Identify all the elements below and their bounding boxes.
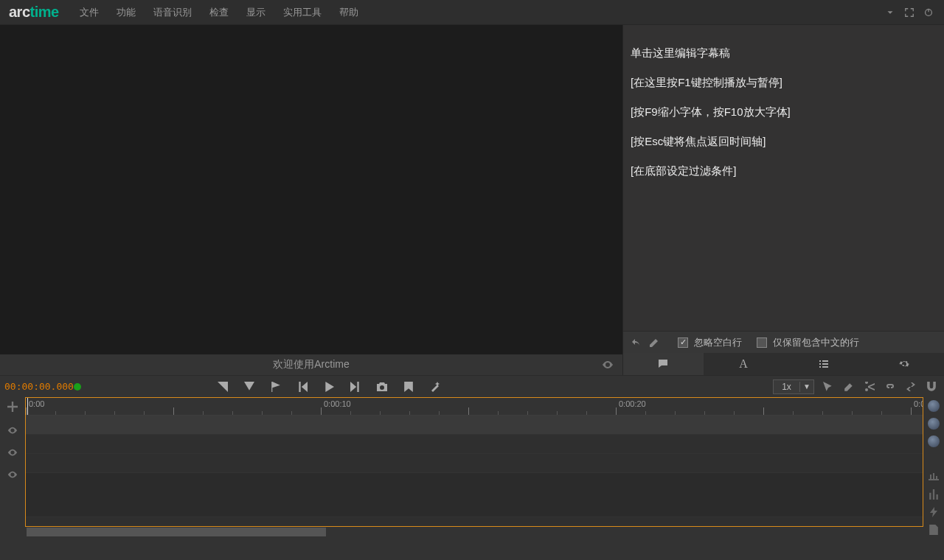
add-icon[interactable] [7,402,18,412]
eye-icon[interactable] [7,447,18,458]
audio-track[interactable] [26,473,923,517]
bars-icon[interactable] [929,489,939,500]
visibility-icon[interactable] [602,359,614,371]
tab-settings[interactable] [864,353,944,375]
app-logo: arctime [4,4,63,21]
menu-function[interactable]: 功能 [108,6,145,19]
link-icon[interactable] [885,382,895,392]
speed-selector[interactable]: 1x ▼ [773,379,814,394]
tab-list[interactable] [784,353,864,375]
time-ruler[interactable]: 0:000:00:100:00:200:00: [26,398,923,416]
timeline-area: 0:000:00:100:00:200:00: [0,397,944,537]
undo-icon[interactable] [631,337,642,349]
timeline[interactable]: 0:000:00:100:00:200:00: [25,397,923,527]
zoom-dot-3[interactable] [928,435,940,447]
wand-icon[interactable] [430,382,440,392]
edit-icon[interactable] [844,382,854,392]
zoom-dot-1[interactable] [928,400,940,412]
menu-bar: arctime 文件 功能 语音识别 检查 显示 实用工具 帮助 [0,0,944,25]
prev-frame-icon[interactable] [297,382,308,392]
track-3[interactable] [26,454,923,473]
tab-chat[interactable] [623,353,704,375]
track-1[interactable] [26,416,923,435]
menu-check[interactable]: 检查 [201,6,237,19]
menu-utils[interactable]: 实用工具 [274,6,330,19]
side-tabs: A [623,353,944,375]
magnet-icon[interactable] [926,382,937,392]
menu-speech[interactable]: 语音识别 [145,6,201,19]
timeline-left-gutter [0,397,25,527]
chat-icon [657,358,669,370]
flag-icon[interactable] [271,382,281,392]
transport-bar: 00:00:00.000 1x ▼ [0,375,944,397]
side-panel: 单击这里编辑字幕稿 [在这里按F1键控制播放与暂停] [按F9缩小字体，按F10… [622,25,944,375]
speed-dropdown-icon[interactable]: ▼ [800,382,813,391]
preview-status-bar: 欢迎使用Arctime [0,354,622,375]
chevron-down-icon[interactable] [885,7,895,18]
main-menu: 文件 功能 语音识别 检查 显示 实用工具 帮助 [71,6,367,19]
eye-icon[interactable] [7,425,18,435]
pointer-icon[interactable] [823,382,833,392]
script-editor[interactable]: 单击这里编辑字幕稿 [在这里按F1键控制播放与暂停] [按F9缩小字体，按F10… [623,25,944,331]
playhead[interactable] [27,398,28,415]
scissors-icon[interactable] [864,382,875,392]
play-icon[interactable] [324,382,334,392]
menu-display[interactable]: 显示 [237,6,274,19]
timeline-right-gutter [923,397,944,537]
scroll-thumb[interactable] [27,528,326,536]
lightning-icon[interactable] [929,507,939,517]
checkbox-ignore-blank[interactable]: ✓ [678,337,688,348]
list-icon [818,358,830,370]
checkbox-keep-chinese[interactable] [757,337,767,348]
camera-icon[interactable] [377,382,387,392]
waveform-icon[interactable] [929,472,939,482]
doc-icon[interactable] [929,525,939,535]
gear-icon [898,358,910,370]
next-frame-icon[interactable] [350,382,361,392]
fullscreen-icon[interactable] [904,7,914,18]
zoom-dot-2[interactable] [928,418,940,430]
eye-icon[interactable] [7,469,18,480]
keep-chinese-label: 仅保留包含中文的行 [773,336,859,349]
menu-help[interactable]: 帮助 [330,6,367,19]
menu-file[interactable]: 文件 [71,6,108,19]
script-toolbar: ✓ 忽略空白行 仅保留包含中文的行 [623,331,944,353]
status-dot [74,383,81,391]
text-style-icon: A [739,357,748,371]
ignore-blank-label: 忽略空白行 [694,336,742,349]
triangle-down-icon[interactable] [244,382,254,392]
tab-style[interactable]: A [704,353,784,375]
bookmark-icon[interactable] [403,382,414,392]
timecode: 00:00:00.000 [4,381,71,392]
power-icon[interactable] [923,7,934,18]
status-text: 欢迎使用Arctime [273,358,349,371]
timeline-scrollbar[interactable] [0,527,923,537]
marker-back-icon[interactable] [218,382,228,392]
track-2[interactable] [26,435,923,454]
swap-icon[interactable] [906,382,916,392]
video-preview[interactable]: 欢迎使用Arctime [0,25,622,375]
pencil-icon[interactable] [648,337,660,349]
